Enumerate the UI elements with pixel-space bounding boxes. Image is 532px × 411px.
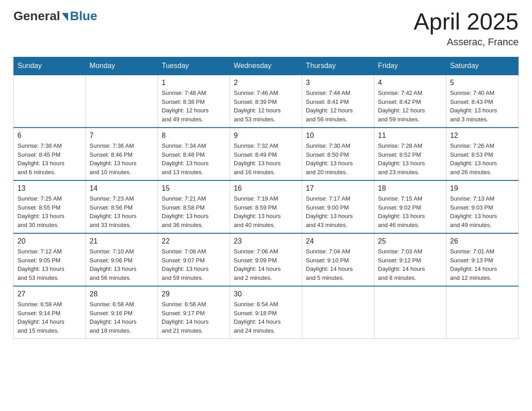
day-number: 29 [162,290,226,298]
col-wednesday: Wednesday [230,57,302,75]
table-row: 13Sunrise: 7:25 AM Sunset: 8:55 PM Dayli… [14,180,86,233]
table-row: 14Sunrise: 7:23 AM Sunset: 8:56 PM Dayli… [86,180,158,233]
day-info: Sunrise: 7:46 AM Sunset: 8:39 PM Dayligh… [234,89,298,124]
day-info: Sunrise: 7:03 AM Sunset: 9:12 PM Dayligh… [378,247,442,282]
table-row: 12Sunrise: 7:26 AM Sunset: 8:53 PM Dayli… [446,128,519,180]
table-row: 8Sunrise: 7:34 AM Sunset: 8:48 PM Daylig… [158,128,230,180]
day-number: 20 [17,237,82,245]
day-number: 17 [306,184,370,193]
table-row: 16Sunrise: 7:19 AM Sunset: 8:59 PM Dayli… [230,180,302,233]
day-info: Sunrise: 7:19 AM Sunset: 8:59 PM Dayligh… [234,194,298,229]
day-number: 23 [234,237,298,245]
table-row [14,75,86,128]
day-number: 28 [90,290,154,298]
logo-general-text: General [13,9,60,23]
day-info: Sunrise: 7:06 AM Sunset: 9:09 PM Dayligh… [234,247,298,282]
day-number: 3 [306,79,370,87]
day-info: Sunrise: 7:08 AM Sunset: 9:07 PM Dayligh… [162,247,226,282]
day-info: Sunrise: 7:48 AM Sunset: 8:38 PM Dayligh… [162,89,226,124]
table-row: 18Sunrise: 7:15 AM Sunset: 9:02 PM Dayli… [374,180,446,233]
day-number: 14 [90,184,154,193]
table-row [446,286,519,339]
day-number: 26 [450,237,515,245]
calendar-week-row: 13Sunrise: 7:25 AM Sunset: 8:55 PM Dayli… [14,180,519,233]
table-row: 25Sunrise: 7:03 AM Sunset: 9:12 PM Dayli… [374,233,446,286]
table-row: 26Sunrise: 7:01 AM Sunset: 9:13 PM Dayli… [446,233,519,286]
table-row: 29Sunrise: 6:56 AM Sunset: 9:17 PM Dayli… [158,286,230,339]
table-row: 5Sunrise: 7:40 AM Sunset: 8:43 PM Daylig… [446,75,519,128]
day-info: Sunrise: 7:34 AM Sunset: 8:48 PM Dayligh… [162,141,226,176]
table-row: 10Sunrise: 7:30 AM Sunset: 8:50 PM Dayli… [302,128,374,180]
day-number: 1 [162,79,226,87]
day-info: Sunrise: 7:28 AM Sunset: 8:52 PM Dayligh… [378,141,442,176]
table-row: 28Sunrise: 6:58 AM Sunset: 9:16 PM Dayli… [86,286,158,339]
day-info: Sunrise: 7:42 AM Sunset: 8:42 PM Dayligh… [378,89,442,124]
day-number: 8 [162,132,226,140]
table-row: 17Sunrise: 7:17 AM Sunset: 9:00 PM Dayli… [302,180,374,233]
day-info: Sunrise: 6:58 AM Sunset: 9:16 PM Dayligh… [90,300,154,335]
col-sunday: Sunday [14,57,86,75]
day-info: Sunrise: 7:21 AM Sunset: 8:58 PM Dayligh… [162,194,226,229]
table-row: 6Sunrise: 7:38 AM Sunset: 8:45 PM Daylig… [14,128,86,180]
table-row: 21Sunrise: 7:10 AM Sunset: 9:06 PM Dayli… [86,233,158,286]
calendar-header-row: Sunday Monday Tuesday Wednesday Thursday… [14,57,519,75]
day-number: 7 [90,132,154,140]
table-row: 3Sunrise: 7:44 AM Sunset: 8:41 PM Daylig… [302,75,374,128]
table-row: 11Sunrise: 7:28 AM Sunset: 8:52 PM Dayli… [374,128,446,180]
month-year-title: April 2025 [414,9,519,34]
day-info: Sunrise: 7:26 AM Sunset: 8:53 PM Dayligh… [450,141,515,176]
table-row: 30Sunrise: 6:54 AM Sunset: 9:18 PM Dayli… [230,286,302,339]
day-info: Sunrise: 7:04 AM Sunset: 9:10 PM Dayligh… [306,247,370,282]
day-info: Sunrise: 7:32 AM Sunset: 8:49 PM Dayligh… [234,141,298,176]
calendar-week-row: 20Sunrise: 7:12 AM Sunset: 9:05 PM Dayli… [14,233,519,286]
table-row: 15Sunrise: 7:21 AM Sunset: 8:58 PM Dayli… [158,180,230,233]
logo-triangle-icon [62,13,68,21]
table-row [86,75,158,128]
logo-blue-text: Blue [70,9,97,23]
day-number: 10 [306,132,370,140]
table-row: 19Sunrise: 7:13 AM Sunset: 9:03 PM Dayli… [446,180,519,233]
day-number: 27 [17,290,82,298]
col-tuesday: Tuesday [158,57,230,75]
day-info: Sunrise: 7:40 AM Sunset: 8:43 PM Dayligh… [450,89,515,124]
page-header: General Blue April 2025 Asserac, France [13,9,519,48]
day-number: 21 [90,237,154,245]
table-row [374,286,446,339]
day-number: 30 [234,290,298,298]
day-number: 2 [234,79,298,87]
day-info: Sunrise: 7:15 AM Sunset: 9:02 PM Dayligh… [378,194,442,229]
table-row: 4Sunrise: 7:42 AM Sunset: 8:42 PM Daylig… [374,75,446,128]
day-number: 9 [234,132,298,140]
day-number: 24 [306,237,370,245]
table-row: 9Sunrise: 7:32 AM Sunset: 8:49 PM Daylig… [230,128,302,180]
logo: General Blue [13,9,97,23]
day-info: Sunrise: 6:54 AM Sunset: 9:18 PM Dayligh… [234,300,298,335]
col-monday: Monday [86,57,158,75]
table-row: 24Sunrise: 7:04 AM Sunset: 9:10 PM Dayli… [302,233,374,286]
day-info: Sunrise: 7:36 AM Sunset: 8:46 PM Dayligh… [90,141,154,176]
calendar-week-row: 6Sunrise: 7:38 AM Sunset: 8:45 PM Daylig… [14,128,519,180]
day-info: Sunrise: 7:12 AM Sunset: 9:05 PM Dayligh… [17,247,82,282]
table-row: 1Sunrise: 7:48 AM Sunset: 8:38 PM Daylig… [158,75,230,128]
day-number: 5 [450,79,515,87]
day-info: Sunrise: 7:25 AM Sunset: 8:55 PM Dayligh… [17,194,82,229]
calendar-week-row: 1Sunrise: 7:48 AM Sunset: 8:38 PM Daylig… [14,75,519,128]
day-number: 11 [378,132,442,140]
day-number: 16 [234,184,298,193]
day-info: Sunrise: 7:30 AM Sunset: 8:50 PM Dayligh… [306,141,370,176]
day-number: 25 [378,237,442,245]
table-row: 2Sunrise: 7:46 AM Sunset: 8:39 PM Daylig… [230,75,302,128]
table-row: 22Sunrise: 7:08 AM Sunset: 9:07 PM Dayli… [158,233,230,286]
day-number: 19 [450,184,515,193]
day-info: Sunrise: 7:17 AM Sunset: 9:00 PM Dayligh… [306,194,370,229]
day-number: 4 [378,79,442,87]
col-saturday: Saturday [446,57,519,75]
day-info: Sunrise: 7:44 AM Sunset: 8:41 PM Dayligh… [306,89,370,124]
day-info: Sunrise: 7:10 AM Sunset: 9:06 PM Dayligh… [90,247,154,282]
day-number: 22 [162,237,226,245]
day-info: Sunrise: 7:23 AM Sunset: 8:56 PM Dayligh… [90,194,154,229]
day-number: 18 [378,184,442,193]
table-row: 23Sunrise: 7:06 AM Sunset: 9:09 PM Dayli… [230,233,302,286]
day-number: 12 [450,132,515,140]
day-number: 6 [17,132,82,140]
